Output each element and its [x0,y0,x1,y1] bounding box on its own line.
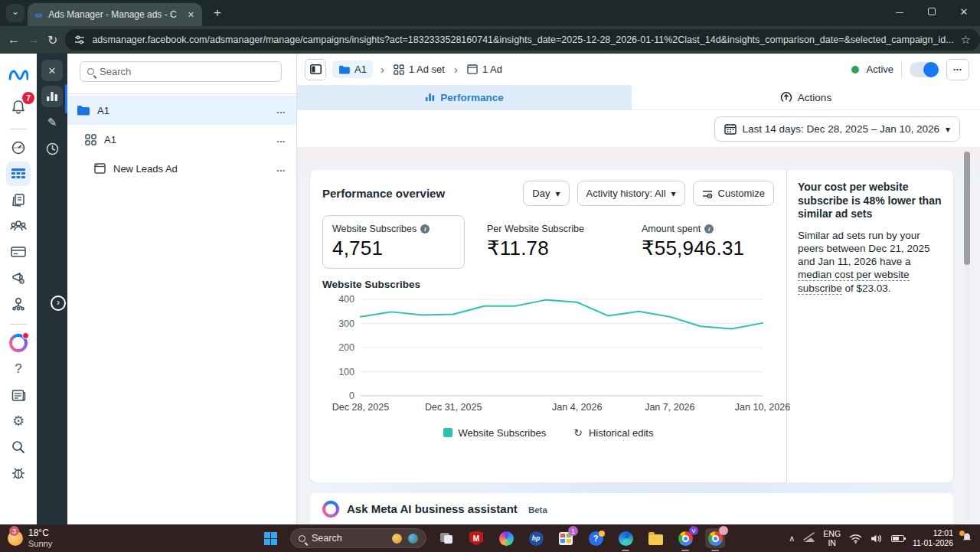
volume-icon[interactable] [871,534,883,544]
chrome-profile-2-icon[interactable] [705,528,725,548]
info-icon[interactable] [704,224,714,234]
edge-icon[interactable] [616,528,635,548]
site-settings-icon[interactable] [74,34,85,45]
customize-button[interactable]: Customize [693,181,774,206]
onedrive-paused-icon[interactable] [803,531,815,545]
activity-history-dropdown[interactable]: Activity history: All [577,181,685,206]
campaigns-table-icon[interactable] [6,162,31,186]
breadcrumb-adset[interactable]: 1 Ad set [392,60,446,78]
windows-start-button[interactable] [260,528,280,548]
breadcrumb-label: 1 Ad [482,64,502,75]
close-icon[interactable] [948,0,980,23]
scrollbar-thumb[interactable] [964,152,970,265]
copilot-icon[interactable] [496,528,516,548]
settings-gear-icon[interactable]: ⚙ [6,409,31,433]
insights-chart-icon[interactable] [41,86,63,107]
row-menu-icon[interactable] [277,133,286,145]
minimize-icon[interactable] [884,0,916,23]
row-menu-icon[interactable] [277,162,286,175]
ads-megaphone-icon[interactable] [6,266,31,290]
file-explorer-icon[interactable] [645,528,665,548]
scrollbar-track[interactable] [964,150,970,521]
sidebar-divider-2 [10,324,27,325]
close-x-icon[interactable] [41,60,63,81]
language-switcher[interactable]: ENG IN [823,529,841,547]
url-text: adsmanager.facebook.com/adsmanager/manag… [92,34,953,45]
hp-icon[interactable]: hp [526,528,546,548]
bookmark-star-icon[interactable] [961,33,971,47]
metric-label: Amount spent [642,224,701,234]
new-tab-button[interactable] [207,2,228,24]
date-range-button[interactable]: Last 14 days: Dec 28, 2025 – Jan 10, 202… [714,116,960,142]
more-options-icon[interactable] [946,59,969,80]
chevron-up-icon[interactable] [789,534,795,544]
folder-icon [77,105,90,116]
meta-sidebar: 7 ? ⚙ [0,54,37,524]
campaign-tree-panel: A1 A1 New Leads Ad [67,54,297,524]
metric-card-website-subscribes[interactable]: Website Subscribes 4,751 [322,215,465,269]
info-icon[interactable] [420,224,430,234]
tree-row-adset[interactable]: A1 [67,125,296,154]
legend-website-subscribes: Website Subscribes [443,426,547,439]
tab-close-icon[interactable] [186,10,196,20]
wifi-icon[interactable] [849,534,862,544]
adset-grid-icon [394,64,404,75]
gradient-band [310,482,953,493]
weather-widget[interactable]: 3 18°C Sunny [0,528,260,550]
maximize-icon[interactable] [916,0,948,23]
customize-sliders-icon [702,189,713,198]
ads-reporting-pages-icon[interactable] [6,188,31,212]
search-icon[interactable] [6,435,31,459]
taskbar-search[interactable]: Search [290,528,426,548]
tree-row-ad[interactable]: New Leads Ad [67,154,296,183]
billing-card-icon[interactable] [6,240,31,264]
help-question-icon[interactable]: ? [6,357,31,381]
meta-ai-icon[interactable] [6,331,31,355]
search-input[interactable] [100,66,274,77]
panel-toggle-button[interactable] [305,59,326,80]
tab-search-icon[interactable] [6,4,24,22]
business-org-icon[interactable] [6,292,31,316]
meta-ai-card[interactable]: Ask Meta AI business assistant Beta [310,493,953,524]
breadcrumb-campaign[interactable]: A1 [332,60,373,78]
tree-row-campaign[interactable]: A1 [67,96,296,125]
day-dropdown[interactable]: Day [523,181,569,206]
forward-icon[interactable] [28,33,40,47]
expand-chevron-icon[interactable] [51,296,66,311]
browser-chrome: ∞ Ads Manager - Manage ads - C adsmanage… [0,0,980,54]
history-clock-icon[interactable] [41,138,63,159]
chrome-profile-1-icon[interactable]: V [675,528,695,548]
url-bar[interactable]: adsmanager.facebook.com/adsmanager/manag… [65,29,980,51]
meta-ai-ring [9,334,28,352]
edit-pencil-icon[interactable] [41,112,63,133]
account-overview-gauge-icon[interactable] [6,136,31,160]
get-help-icon[interactable]: ? [586,528,606,548]
report-bug-icon[interactable] [6,461,31,485]
notifications-bell-icon[interactable]: 7 [6,95,31,119]
audiences-people-icon[interactable] [6,214,31,238]
mcafee-icon[interactable]: M [466,528,486,548]
updates-news-icon[interactable] [6,383,31,407]
tab-actions[interactable]: Actions [632,85,980,109]
microsoft-store-icon[interactable]: 1 [556,528,576,548]
row-menu-icon[interactable] [277,104,286,116]
meta-logo[interactable] [6,63,31,87]
svg-text:Jan 10, 2026: Jan 10, 2026 [735,402,790,413]
task-view-icon[interactable] [436,528,456,548]
tab-performance[interactable]: Performance [297,85,632,109]
clock-widget[interactable]: 12:01 11-01-2026 [913,528,953,547]
active-toggle[interactable] [910,62,939,77]
windows-logo-icon [264,532,277,545]
back-icon[interactable] [8,33,20,47]
divider [901,61,902,78]
battery-icon[interactable] [891,535,904,542]
reload-icon[interactable] [47,33,57,47]
svg-text:200: 200 [338,342,354,353]
notifications-bell-icon[interactable] [962,532,972,545]
chevron-down-icon [671,188,676,199]
breadcrumb-ad[interactable]: 1 Ad [466,60,504,78]
browser-tab[interactable]: ∞ Ads Manager - Manage ads - C [28,3,202,26]
tree-search-box[interactable] [80,61,282,82]
metric-card-per-website-subscribe[interactable]: Per Website Subscribe ₹11.78 [477,215,619,269]
metric-card-amount-spent[interactable]: Amount spent ₹55,946.31 [632,215,774,269]
